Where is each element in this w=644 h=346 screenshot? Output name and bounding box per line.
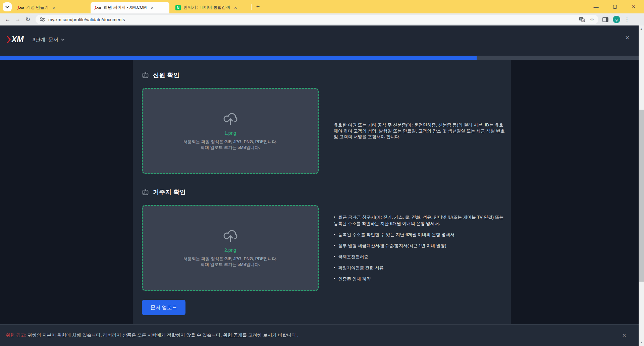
id-badge-icon [142,189,149,196]
uploaded-filename: 2.png [224,247,236,253]
new-tab-button[interactable]: + [254,3,262,11]
identity-upload-dropzone[interactable]: 1.png 허용되는 파일 형식은 GIF, JPG, PNG, PDF입니다.… [142,88,319,174]
page-scrollbar[interactable]: ▲ ▼ [639,25,644,346]
xm-logo-arrow [6,36,11,43]
content-area: 신원 확인 1.png 허용되는 파일 형식은 GIF, JPG, PNG, P… [0,60,644,324]
toolbar-right: g ⋮ [602,16,630,23]
naver-favicon: N [175,5,181,10]
site-info-icon[interactable] [40,17,45,22]
restore-button[interactable] [610,4,619,10]
upload-hint: 허용되는 파일 형식은 GIF, JPG, PNG, PDF입니다. 최대 업로… [183,256,277,268]
xm-favicon: ❭XM [94,6,101,9]
risk-disclosure-link[interactable]: 위험 공개를 [223,333,247,338]
step-selector[interactable]: 3단계: 문서 [33,37,65,43]
address-bar[interactable]: my.xm.com/profile/validate/documents G A… [36,15,598,24]
translate-icon[interactable]: G A [579,17,585,22]
scroll-up-icon[interactable]: ▲ [639,27,644,31]
tab-strip: ❭XM 계정 만들기 × ❭XM 회원 페이지 - XM.COM × N 번역기… [0,0,644,13]
xm-logo: XM [6,35,23,44]
svg-text:A: A [582,19,584,22]
chevron-down-icon [61,39,65,41]
tab-close-icon[interactable]: × [51,5,57,10]
browser-toolbar: ← → ↻ my.xm.com/profile/validate/documen… [0,13,644,25]
chevron-down-icon [5,6,9,8]
identity-section-header: 신원 확인 [142,71,511,79]
list-item: •등록된 주소를 확인할 수 있는 지난 6개월 이내의 은행 명세서 [334,231,506,238]
tab-close-icon[interactable]: × [149,5,155,10]
scrollbar-thumb[interactable] [639,110,644,282]
tab-close-icon[interactable]: × [233,5,238,10]
profile-avatar[interactable]: g [613,16,620,23]
reload-button[interactable]: ↻ [23,16,33,23]
section-title: 신원 확인 [153,71,180,79]
xm-favicon: ❭XM [17,6,24,9]
tab-naver-translate[interactable]: N 번역기 : 네이버 통합검색 × [172,2,250,13]
list-item: •인증된 임대 계약 [334,276,506,282]
browser-window: ❭XM 계정 만들기 × ❭XM 회원 페이지 - XM.COM × N 번역기… [0,0,644,346]
progress-fill [0,56,477,60]
risk-warning-text: 위험 경고: 귀하의 자본이 위험에 처해 있습니다. 레버리지 상품은 모든 … [6,332,299,338]
risk-warning-bar: 위험 경고: 귀하의 자본이 위험에 처해 있습니다. 레버리지 상품은 모든 … [0,324,644,346]
list-item: •확정기여연금 관련 서류 [334,265,506,271]
progress-bar [0,56,644,60]
residence-section-header: 거주지 확인 [142,188,511,196]
list-item: •국제운전면허증 [334,253,506,260]
identity-description: 유효한 여권 또는 기타 공식 주 신분증(예: 운전면허증, 신분증 등)의 … [334,122,506,140]
scroll-down-icon[interactable]: ▼ [639,341,644,344]
url-text[interactable]: my.xm.com/profile/validate/documents [48,17,579,22]
documents-panel: 신원 확인 1.png 허용되는 파일 형식은 GIF, JPG, PNG, P… [133,60,511,324]
id-badge-icon [142,72,149,79]
forward-button[interactable]: → [13,16,23,23]
residence-document-list: •최근 공과금 청구서(예: 전기, 가스, 물, 전화, 석유, 인터넷 및/… [334,214,506,282]
menu-kebab-icon[interactable]: ⋮ [625,16,630,22]
tab-member-page[interactable]: ❭XM 회원 페이지 - XM.COM × [91,2,169,13]
page-close-icon[interactable]: × [625,34,630,42]
tab-separator [251,4,252,10]
page-header: XM 3단계: 문서 × [0,25,644,56]
back-button[interactable]: ← [3,16,13,23]
minimize-button[interactable]: — [592,4,600,10]
window-close-button[interactable]: × [629,3,638,10]
uploaded-filename: 1.png [224,130,236,136]
tab-title: 회원 페이지 - XM.COM [104,5,147,10]
residence-upload-dropzone[interactable]: 2.png 허용되는 파일 형식은 GIF, JPG, PNG, PDF입니다.… [142,205,319,291]
window-controls: — × [592,0,644,13]
list-item: •최근 공과금 청구서(예: 전기, 가스, 물, 전화, 석유, 인터넷 및/… [334,214,506,227]
bookmark-star-icon[interactable]: ☆ [590,16,594,23]
section-title: 거주지 확인 [153,188,186,196]
tab-create-account[interactable]: ❭XM 계정 만들기 × [13,2,89,13]
tab-title: 번역기 : 네이버 통합검색 [183,5,230,10]
cloud-upload-icon [223,112,238,126]
cloud-upload-icon [223,229,238,243]
upload-documents-button[interactable]: 문서 업로드 [142,300,185,315]
list-item: •정부 발행 세금계산서/영수증/통지서(최근 1년 이내 발행) [334,242,506,249]
tab-search-button[interactable] [3,2,12,11]
warning-close-icon[interactable]: × [622,332,626,339]
tab-title: 계정 만들기 [26,5,49,10]
upload-hint: 허용되는 파일 형식은 GIF, JPG, PNG, PDF입니다. 최대 업로… [183,139,277,151]
side-panel-icon[interactable] [602,17,608,22]
